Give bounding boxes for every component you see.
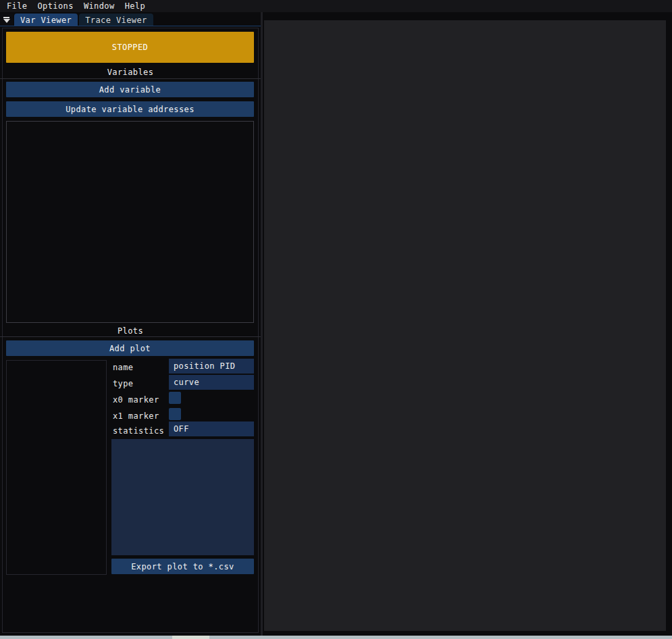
tab-var-viewer[interactable]: Var Viewer (14, 14, 78, 26)
menu-options[interactable]: Options (38, 1, 74, 11)
menu-window[interactable]: Window (84, 1, 115, 11)
plot-name-label: name (113, 363, 134, 372)
variables-table (6, 121, 254, 323)
tab-list-icon[interactable] (0, 14, 13, 26)
tab-trace-viewer[interactable]: Trace Viewer (79, 14, 153, 26)
tab-list-icon-bar (3, 17, 9, 18)
acquisition-state-button[interactable]: STOPPED (6, 32, 254, 63)
bottom-strip-highlight (172, 636, 209, 639)
plot-type-select[interactable]: curve (169, 375, 254, 390)
variables-separator (0, 78, 261, 79)
x0-marker-checkbox[interactable] (169, 392, 181, 404)
menu-file[interactable]: File (7, 1, 28, 11)
plot-type-label: type (113, 379, 134, 388)
add-plot-button[interactable]: Add plot (6, 340, 254, 356)
statistics-toggle-button[interactable]: OFF (169, 421, 254, 436)
bottom-strip (0, 636, 672, 639)
x1-marker-checkbox[interactable] (169, 408, 181, 420)
panel-splitter[interactable] (261, 12, 263, 636)
plot-list (6, 360, 107, 575)
plot-series-panel (111, 439, 254, 555)
export-csv-button[interactable]: Export plot to *.csv (111, 559, 254, 574)
update-variable-addresses-button[interactable]: Update variable addresses (6, 101, 254, 117)
chevron-down-icon (3, 19, 10, 23)
plots-separator (0, 336, 261, 337)
plot-name-field[interactable]: position PID (169, 359, 254, 374)
menu-bar: File Options Window Help (0, 0, 672, 12)
tab-bar-separator (0, 26, 261, 26)
plots-area (264, 20, 666, 631)
x0-marker-label: x0 marker (113, 395, 159, 405)
x1-marker-label: x1 marker (113, 411, 159, 421)
plots-section-header: Plots (0, 326, 261, 336)
variables-section-header: Variables (0, 68, 261, 77)
tab-bar: Var Viewer Trace Viewer (0, 13, 261, 26)
menu-help[interactable]: Help (125, 1, 146, 11)
app-window: File Options Window Help Var Viewer Trac… (0, 0, 672, 639)
add-variable-button[interactable]: Add variable (6, 82, 254, 97)
statistics-label: statistics (113, 426, 164, 436)
